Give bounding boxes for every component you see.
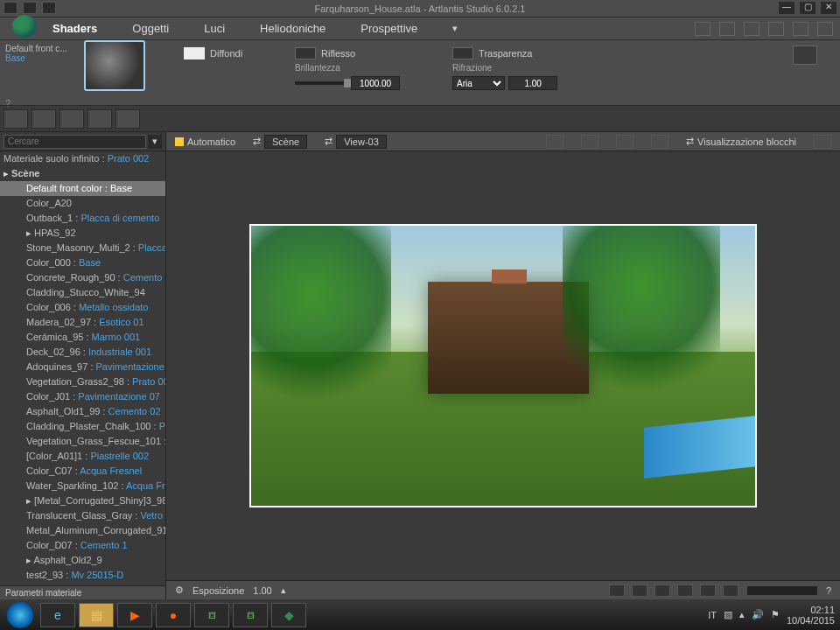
tree-item[interactable]: Water_Sparkling_102 : Acqua Fresnel [0,479,165,494]
help-icon[interactable]: ? [826,585,831,596]
menu-oggetti[interactable]: Oggetti [132,22,169,35]
start-button[interactable] [4,602,37,628]
task-camtasia1[interactable]: ⧈ [194,603,229,627]
menu-heliodoniche[interactable]: Heliodoniche [260,22,326,35]
refraction-select[interactable]: Aria [452,76,505,90]
tree-item[interactable]: Color_C07 : Acqua Fresnel [0,464,165,479]
transparency-swatch[interactable] [452,47,473,60]
tree-item[interactable]: Outback_1 : Placca di cemento [0,211,165,226]
menu-shaders[interactable]: Shaders [52,22,97,35]
tool-pick-icon[interactable] [4,109,28,129]
tree-item[interactable]: Cladding_Plaster_Chalk_100 : Pavimen [0,419,165,434]
reflection-swatch[interactable] [295,47,316,60]
tree-top[interactable]: Materiale suolo infinito : Prato 002 [0,151,165,166]
tool-copy-icon[interactable] [88,109,112,129]
tree-item[interactable]: ▸ HPAS_92 [0,226,165,241]
nav-back-icon[interactable] [609,584,625,597]
nav-refresh-icon[interactable] [700,584,716,597]
search-dropdown-icon[interactable]: ▾ [148,135,162,149]
nav-info-icon[interactable] [723,584,738,597]
nav-zoom-icon[interactable] [632,584,648,597]
tool-arrow-icon[interactable] [60,109,84,129]
tree-item[interactable]: Color_000 : Base [0,256,165,270]
label-blocchi: Visualizzazione blocchi [697,136,796,147]
tray-volume-icon[interactable]: 🔊 [752,609,764,620]
toolbar-cart-icon[interactable] [695,22,710,36]
vp-tool-3-icon[interactable] [616,135,634,149]
tree-item[interactable]: ▸ [Metal_Corrugated_Shiny]3_98 [0,494,165,508]
tree-scene-header[interactable]: ▸ Scène [0,166,165,181]
tray-network-icon[interactable]: ⚑ [771,609,780,620]
toolbar-window-icon[interactable] [744,22,760,36]
tree-item[interactable]: Translucent_Glass_Gray : Vetro [0,508,165,523]
vp-tool-4-icon[interactable] [651,135,668,149]
tree-item[interactable]: [Color_A01]1 : Piastrelle 002 [0,449,165,464]
task-media[interactable]: ▶ [117,603,152,627]
tree-item[interactable]: Asphalt_Old1_99 : Cemento 02 [0,404,165,419]
task-ie[interactable]: e [40,603,75,627]
auto-checkbox[interactable] [175,137,184,146]
maximize-button[interactable]: ▢ [800,2,816,14]
tree-item[interactable]: Cladding_Stucco_White_94 [0,285,165,300]
tree-item[interactable]: Cerámica_95 : Marmo 001 [0,330,165,345]
shininess-input[interactable] [351,76,400,90]
tree-item[interactable]: Vegetation_Grass2_98 : Prato 003 [0,374,165,389]
vp-tool-1-icon[interactable] [546,135,564,149]
task-camtasia2[interactable]: ⧈ [233,603,268,627]
material-preview-thumb[interactable] [84,40,145,91]
vp-tool-right-icon[interactable] [814,135,831,149]
qat-icon-3[interactable] [42,2,56,14]
tree-item[interactable]: Stone_Masonry_Multi_2 : Placca di cer [0,241,165,256]
nav-play-icon[interactable] [677,584,693,597]
tray-flag-icon[interactable]: ▧ [724,609,732,620]
toolbar-settings-icon[interactable] [817,22,833,36]
task-explorer[interactable]: ▤ [79,603,114,627]
tree-item[interactable]: test2_93 : Mv 25015-D [0,568,165,583]
tree-item[interactable]: ▸ Asphalt_Old2_9 [0,553,165,568]
material-tool-icon[interactable] [793,46,817,65]
task-artlantis[interactable]: ◆ [271,603,306,627]
scene-combo[interactable]: Scène [264,135,307,149]
toolbar-snapshot-icon[interactable] [768,22,784,36]
tool-view-icon[interactable] [116,109,140,129]
viewport[interactable] [166,151,840,580]
tree-item[interactable]: Color_D07 : Cemento 1 [0,538,165,553]
label-rifrazione: Rifrazione [452,63,557,73]
status-gear-icon[interactable]: ⚙ [175,584,184,596]
menu-luci[interactable]: Luci [204,22,225,35]
qat-icon-2[interactable] [23,2,37,14]
taskbar[interactable]: e ▤ ▶ ● ⧈ ⧈ ◆ IT ▧ ▴ 🔊 ⚑ 02:1110/04/2015 [0,599,840,630]
tree-item[interactable]: Color_J01 : Pavimentazione 07 [0,389,165,404]
vp-tool-2-icon[interactable] [581,135,598,149]
close-button[interactable]: ✕ [821,2,836,14]
tree-item[interactable]: 2 : Vetro [0,583,165,585]
tree-item[interactable]: Deck_02_96 : Industriale 001 [0,345,165,360]
tree-item[interactable]: Adoquines_97 : Pavimentazione 09 [0,360,165,374]
shininess-slider[interactable] [295,81,347,85]
nav-pan-icon[interactable] [654,584,670,597]
toolbar-export-icon[interactable] [719,22,735,36]
tray-clock[interactable]: 02:1110/04/2015 [787,605,835,626]
label-riflesso: Riflesso [321,48,355,59]
menu-prospettive[interactable]: Prospettive [360,22,417,35]
refraction-input[interactable] [508,76,557,90]
tree-item[interactable]: Madera_02_97 : Esotico 01 [0,315,165,330]
tray-up-icon[interactable]: ▴ [739,609,745,620]
diffuse-swatch[interactable] [184,47,205,60]
tree-item[interactable]: Vegetation_Grass_Fescue_101 : Prato [0,434,165,449]
tree-item[interactable]: Color_006 : Metallo ossidato [0,300,165,315]
tree-item[interactable]: Concrete_Rough_90 : Cemento 1 [0,270,165,285]
view-combo[interactable]: View-03 [336,135,387,149]
tray-lang[interactable]: IT [708,610,717,620]
tree-item[interactable]: Color_A20 [0,196,165,211]
qat-icon-1[interactable] [4,2,18,14]
search-input[interactable] [4,135,146,149]
minimize-button[interactable]: — [779,2,794,14]
tool-add-icon[interactable] [32,109,56,129]
material-tree[interactable]: Materiale suolo infinito : Prato 002▸ Sc… [0,151,165,585]
exposure-up-icon[interactable]: ▴ [281,584,286,596]
tree-item[interactable]: Default front color : Base [0,181,165,196]
task-firefox[interactable]: ● [156,603,191,627]
toolbar-render-icon[interactable] [793,22,808,36]
tree-item[interactable]: Metal_Aluminum_Corrugated_91 [0,523,165,538]
